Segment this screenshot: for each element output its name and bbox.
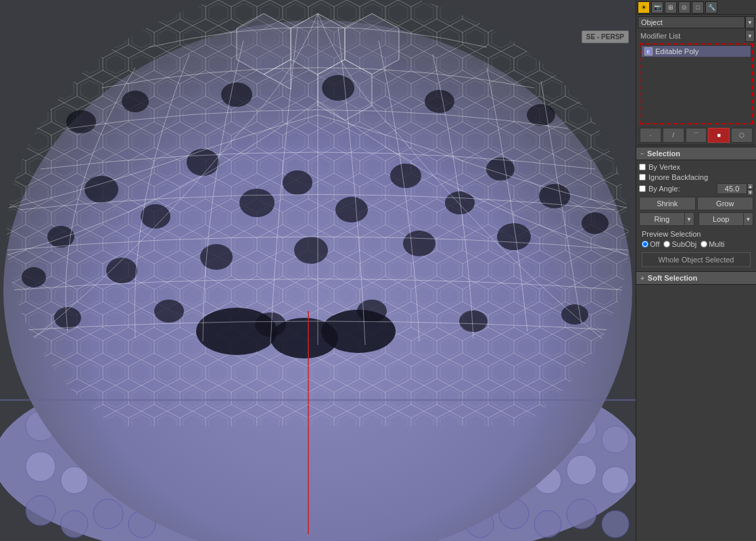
- modifier-list-arrow[interactable]: ▼: [745, 30, 755, 42]
- svg-point-41: [26, 496, 55, 525]
- element-btn[interactable]: ⬡: [731, 128, 753, 143]
- ring-with-arrow: Ring ▼: [639, 212, 694, 226]
- svg-point-58: [602, 511, 629, 538]
- svg-point-42: [61, 511, 88, 538]
- camera-icon-btn[interactable]: 📷: [651, 1, 663, 14]
- soft-selection-header[interactable]: + Soft Selection: [636, 272, 756, 285]
- svg-point-88: [425, 90, 454, 113]
- multi-radio-item: Multi: [701, 240, 724, 248]
- edge-btn[interactable]: /: [663, 128, 684, 143]
- svg-point-76: [294, 237, 328, 264]
- shrink-btn[interactable]: Shrink: [639, 197, 696, 210]
- angle-spinbox: ▲ ▼: [717, 183, 753, 194]
- svg-point-22: [602, 426, 629, 453]
- editable-poly-item[interactable]: E Editable Poly: [642, 46, 751, 57]
- ignore-backfacing-label: Ignore Backfacing: [648, 173, 708, 181]
- svg-point-40: [602, 467, 629, 494]
- subobj-radio-item: SubObj: [663, 240, 696, 248]
- loop-with-arrow: Loop ▼: [699, 212, 754, 226]
- soft-selection-expand-icon: +: [640, 275, 644, 282]
- ignore-backfacing-row: Ignore Backfacing: [639, 173, 753, 181]
- preview-selection-label: Preview Selection: [639, 228, 753, 239]
- multi-radio[interactable]: [701, 241, 707, 248]
- subobj-toolbar: · / ⌒ ■ ⬡: [638, 126, 755, 145]
- object-label[interactable]: Object: [638, 16, 745, 28]
- svg-point-57: [567, 499, 596, 529]
- preview-radio-row: Off SubObj Multi: [639, 239, 753, 251]
- svg-point-77: [390, 164, 421, 188]
- off-radio[interactable]: [642, 241, 648, 248]
- utilities-icon-btn[interactable]: 🔧: [705, 1, 717, 14]
- svg-point-83: [582, 212, 609, 234]
- svg-point-69: [187, 149, 219, 176]
- off-label: Off: [650, 240, 659, 248]
- whole-object-selected: Whole Object Selected: [642, 252, 751, 267]
- svg-point-70: [239, 189, 275, 217]
- angle-input[interactable]: [717, 183, 747, 194]
- svg-point-56: [534, 511, 561, 538]
- selection-section: By Vertex Ignore Backfacing By Angle: ▲ …: [636, 160, 756, 272]
- by-vertex-row: By Vertex: [639, 163, 753, 171]
- svg-point-39: [567, 455, 596, 485]
- ring-arrow[interactable]: ▼: [685, 212, 694, 226]
- svg-point-81: [539, 184, 570, 208]
- ignore-backfacing-checkbox[interactable]: [639, 174, 646, 181]
- svg-point-75: [335, 197, 368, 222]
- modifier-list-row: Modifier List ▼: [638, 30, 755, 42]
- svg-rect-99: [0, 399, 636, 401]
- svg-point-86: [221, 83, 252, 107]
- right-panel: ☀ 📷 ⊞ ⊙ □ 🔧 Object ▼ Modifier List ▼ E E…: [636, 0, 756, 541]
- polygon-btn[interactable]: ■: [708, 128, 730, 143]
- loop-btn[interactable]: Loop: [699, 212, 745, 226]
- border-btn[interactable]: ⌒: [686, 128, 707, 143]
- by-angle-row: By Angle: ▲ ▼: [639, 183, 753, 194]
- svg-point-82: [497, 223, 531, 250]
- spin-down[interactable]: ▼: [747, 189, 753, 195]
- panel-toolbar: ☀ 📷 ⊞ ⊙ □ 🔧: [636, 0, 756, 15]
- svg-point-94: [459, 310, 488, 332]
- by-angle-label: By Angle:: [648, 185, 717, 193]
- multi-label: Multi: [709, 240, 724, 248]
- svg-point-23: [26, 452, 55, 481]
- by-vertex-checkbox[interactable]: [639, 164, 646, 170]
- motion-icon-btn[interactable]: ⊙: [678, 1, 690, 14]
- viewport[interactable]: SE - PERSP: [0, 0, 636, 541]
- by-angle-checkbox[interactable]: [639, 185, 646, 192]
- modifier-icon: E: [644, 47, 653, 55]
- object-dropdown-arrow[interactable]: ▼: [745, 16, 755, 28]
- svg-point-72: [200, 244, 233, 270]
- svg-point-96: [196, 308, 277, 355]
- selection-title: Selection: [647, 149, 680, 158]
- whole-object-text: Whole Object Selected: [659, 256, 734, 264]
- spin-up[interactable]: ▲: [747, 183, 753, 189]
- svg-point-43: [93, 499, 123, 529]
- svg-point-84: [66, 110, 96, 133]
- subobj-radio[interactable]: [663, 241, 670, 248]
- svg-point-91: [154, 300, 184, 323]
- hierarchy-icon-btn[interactable]: ⊞: [665, 1, 677, 14]
- ring-btn[interactable]: Ring: [639, 212, 685, 226]
- soft-selection-title: Soft Selection: [648, 274, 697, 282]
- spin-arrows: ▲ ▼: [747, 183, 753, 194]
- by-vertex-label: By Vertex: [648, 163, 680, 171]
- sun-icon-btn[interactable]: ☀: [638, 1, 650, 14]
- loop-arrow[interactable]: ▼: [744, 212, 753, 226]
- modifier-item-label: Editable Poly: [655, 47, 699, 55]
- camera-icon: SE - PERSP: [582, 30, 629, 43]
- svg-point-74: [283, 170, 312, 195]
- selection-collapse-icon: –: [640, 150, 644, 157]
- modifier-list-label: Modifier List: [638, 30, 683, 41]
- vertex-btn[interactable]: ·: [640, 128, 661, 143]
- off-radio-item: Off: [642, 240, 659, 248]
- svg-point-67: [141, 204, 170, 229]
- display-icon-btn[interactable]: □: [692, 1, 704, 14]
- ring-loop-row: Ring ▼ Loop ▼: [639, 212, 753, 226]
- camera-label: SE - PERSP: [582, 30, 629, 43]
- grow-btn[interactable]: Grow: [697, 197, 754, 210]
- subobj-label: SubObj: [671, 240, 696, 248]
- svg-point-73: [22, 267, 46, 287]
- svg-point-79: [403, 231, 435, 256]
- svg-point-87: [322, 75, 354, 101]
- selection-header[interactable]: – Selection: [636, 147, 756, 160]
- object-row: Object ▼: [638, 16, 755, 28]
